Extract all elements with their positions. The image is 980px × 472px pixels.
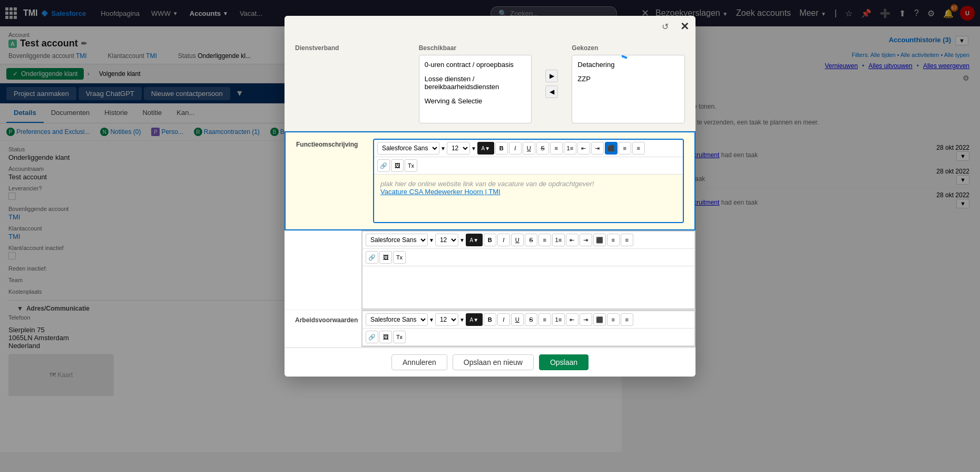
beschikbaar-item-2[interactable]: Werving & Selectie [419,94,532,108]
second-rte-toolbar: Salesforce Sans ▼ 12 ▼ A▼ B I U S ≡ 1≡ [362,232,694,249]
arb-align-center-btn[interactable]: ≡ [607,313,620,326]
arb-underline-btn[interactable]: U [511,313,524,326]
gekozen-item-0[interactable]: Detachering [572,57,684,72]
second-clear-btn[interactable]: Tx [393,251,406,264]
rte-placeholder-text: plak hier de online website link van de … [380,180,677,188]
clear-format-btn[interactable]: Tx [405,159,417,172]
indent-increase-btn[interactable]: ⇥ [591,142,604,155]
arb-link-btn[interactable]: 🔗 [366,331,378,343]
modal-dialog: ↺ ✕ Dienstverband Beschikbaar 0-uren con… [285,16,695,377]
strikethrough-btn[interactable]: S [536,142,549,155]
second-strike-btn[interactable]: S [525,234,537,246]
gekozen-label: Gekozen [572,44,685,52]
arb-font-caret: ▼ [429,317,434,323]
second-italic-btn[interactable]: I [497,234,510,246]
arbeidsvoorwaarden-label: Arbeidsvoorwaarden [285,310,353,347]
functie-row: Functieomschrijving Salesforce Sans ▼ 12… [285,131,695,230]
arb-ol-btn[interactable]: 1≡ [552,313,565,326]
arb-indent-dec-btn[interactable]: ⇤ [566,313,579,326]
gekozen-col: Gekozen Detachering ZZP [572,44,685,123]
second-ol-btn[interactable]: 1≡ [552,234,565,246]
second-ul-btn[interactable]: ≡ [538,234,551,246]
functie-label: Functieomschrijving [296,139,365,223]
modal-footer: Annuleren Opslaan en nieuw Opslaan [285,348,695,377]
second-align-center-btn[interactable]: ≡ [607,234,620,246]
font-size-select[interactable]: 12 [447,142,470,155]
beschikbaar-item-1[interactable]: Losse diensten / bereikbaarheidsdiensten [419,72,532,94]
arb-image-btn[interactable]: 🖼 [379,331,392,343]
beschikbaar-col: Beschikbaar 0-uren contract / oproepbasi… [419,44,532,123]
beschikbaar-list: 0-uren contract / oproepbasis Losse dien… [419,55,532,123]
functie-rte-toolbar: Salesforce Sans ▼ 12 ▼ A▼ B I U S [374,140,683,157]
second-align-left-btn[interactable]: ⬛ [593,234,606,246]
arb-font-family-select[interactable]: Salesforce Sans [366,313,428,326]
second-bold-btn[interactable]: B [484,234,496,246]
second-font-family-select[interactable]: Salesforce Sans [366,234,428,246]
unordered-list-btn[interactable]: ≡ [550,142,563,155]
second-font-size-select[interactable]: 12 [435,234,458,246]
arb-align-right-btn[interactable]: ≡ [621,313,633,326]
arbeidsvoorwaarden-rte: Salesforce Sans ▼ 12 ▼ A▼ B I U S ≡ 1≡ ⇤… [361,310,695,347]
second-underline-btn[interactable]: U [511,234,524,246]
arb-italic-btn[interactable]: I [497,313,510,326]
bold-btn[interactable]: B [495,142,508,155]
arbeidsvoorwaarden-control: Salesforce Sans ▼ 12 ▼ A▼ B I U S ≡ 1≡ ⇤… [361,310,695,347]
arb-bold-btn[interactable]: B [484,313,496,326]
image-btn[interactable]: 🖼 [391,159,404,172]
arb-clear-btn[interactable]: Tx [393,331,406,343]
dienstverband-row: Dienstverband Beschikbaar 0-uren contrac… [285,37,695,131]
arb-align-left-btn[interactable]: ⬛ [593,313,606,326]
arbeidsvoorwaarden-rte-toolbar: Salesforce Sans ▼ 12 ▼ A▼ B I U S ≡ 1≡ ⇤… [362,311,694,329]
modal-reset-btn[interactable]: ↺ [656,16,674,37]
dienstverband-label-col: Dienstverband [295,44,408,123]
font-family-select[interactable]: Salesforce Sans [377,142,439,155]
arb-ul-btn[interactable]: ≡ [538,313,551,326]
gekozen-list: Detachering ZZP [572,55,685,123]
text-color-btn[interactable]: A▼ [477,142,494,155]
font-size-caret: ▼ [471,146,476,151]
indent-decrease-btn[interactable]: ⇤ [577,142,590,155]
arb-color-btn[interactable]: A▼ [466,313,483,326]
second-rte-row: Salesforce Sans ▼ 12 ▼ A▼ B I U S ≡ 1≡ [285,230,695,310]
opslaan-nieuw-btn[interactable]: Opslaan en nieuw [453,354,534,370]
second-font-caret: ▼ [429,237,434,243]
align-center-btn[interactable]: ≡ [619,142,631,155]
align-right-btn[interactable]: ≡ [632,142,645,155]
functie-rte-toolbar2: 🔗 🖼 Tx [374,157,683,175]
opslaan-btn[interactable]: Opslaan [539,354,589,370]
underline-btn[interactable]: U [523,142,535,155]
ordered-list-btn[interactable]: 1≡ [564,142,576,155]
second-link-btn[interactable]: 🔗 [366,251,378,264]
beschikbaar-item-0[interactable]: 0-uren contract / oproepbasis [419,57,532,72]
functie-control: Salesforce Sans ▼ 12 ▼ A▼ B I U S [373,139,684,223]
second-indent-inc-btn[interactable]: ⇥ [580,234,592,246]
italic-btn[interactable]: I [509,142,522,155]
gekozen-item-1[interactable]: ZZP [572,72,684,86]
arb-size-caret: ▼ [459,317,465,323]
dienstverband-label: Dienstverband [295,44,408,52]
move-left-btn[interactable]: ◀ [545,85,558,98]
transfer-arrows: ▶ ◀ [542,44,561,123]
font-family-caret: ▼ [440,146,446,151]
link-btn[interactable]: 🔗 [377,159,390,172]
arb-indent-inc-btn[interactable]: ⇥ [580,313,592,326]
arb-strike-btn[interactable]: S [525,313,537,326]
functie-rte-content[interactable]: plak hier de online website link van de … [374,175,683,222]
second-rte-label [285,230,353,310]
second-color-btn[interactable]: A▼ [466,234,483,246]
second-rte-content[interactable] [362,266,694,309]
modal-overlay[interactable]: ↺ ✕ Dienstverband Beschikbaar 0-uren con… [0,0,980,472]
modal-close-btn[interactable]: ✕ [674,16,695,37]
second-align-right-btn[interactable]: ≡ [621,234,633,246]
arb-font-size-select[interactable]: 12 [435,313,458,326]
second-indent-dec-btn[interactable]: ⇤ [566,234,579,246]
annuleren-btn[interactable]: Annuleren [391,354,447,370]
arbeidsvoorwaarden-row: Arbeidsvoorwaarden Salesforce Sans ▼ 12 … [285,310,695,348]
align-left-btn[interactable]: ⬛ [605,142,618,155]
second-image-btn[interactable]: 🖼 [379,251,392,264]
modal-top-bar: ↺ ✕ [285,16,695,37]
move-right-btn[interactable]: ▶ [545,70,558,82]
functie-rte: Salesforce Sans ▼ 12 ▼ A▼ B I U S [373,139,684,223]
beschikbaar-label: Beschikbaar [419,44,532,52]
rte-link-text[interactable]: Vacature CSA Medewerker Hoorn | TMI [380,188,501,196]
